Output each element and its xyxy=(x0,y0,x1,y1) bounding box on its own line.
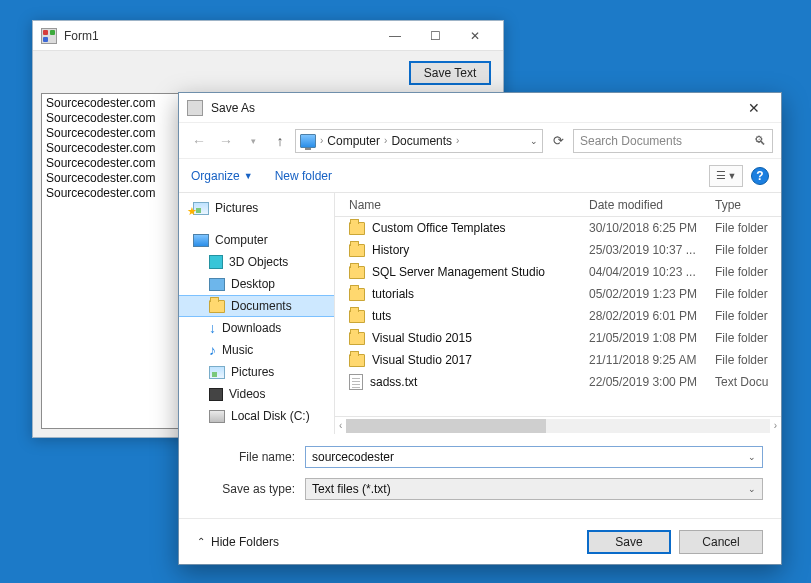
file-type: Text Docu xyxy=(715,375,781,389)
file-list-header[interactable]: Name Date modified Type xyxy=(335,193,781,217)
save-text-button[interactable]: Save Text xyxy=(409,61,491,85)
hide-folders-button[interactable]: ⌃ Hide Folders xyxy=(197,535,279,549)
action-bar: ⌃ Hide Folders Save Cancel xyxy=(179,518,781,564)
file-date: 21/05/2019 1:08 PM xyxy=(589,331,715,345)
file-date: 28/02/2019 6:01 PM xyxy=(589,309,715,323)
scroll-track[interactable] xyxy=(346,419,769,433)
file-list: Name Date modified Type Custom Office Te… xyxy=(335,193,781,434)
file-name: Custom Office Templates xyxy=(372,221,506,235)
search-icon: 🔍︎ xyxy=(754,134,766,148)
computer-icon xyxy=(193,234,209,247)
table-row[interactable]: tutorials05/02/2019 1:23 PMFile folder xyxy=(335,283,781,305)
search-input[interactable]: Search Documents 🔍︎ xyxy=(573,129,773,153)
file-name: sadss.txt xyxy=(370,375,417,389)
table-row[interactable]: History25/03/2019 10:37 ...File folder xyxy=(335,239,781,261)
file-name: Visual Studio 2017 xyxy=(372,353,472,367)
save-type-label: Save as type: xyxy=(197,482,305,496)
nav-bar: ← → ▾ ↑ › Computer › Documents › ⌄ ⟳ Sea… xyxy=(179,123,781,159)
cancel-button[interactable]: Cancel xyxy=(679,530,763,554)
addr-dropdown[interactable]: ⌄ xyxy=(530,136,538,146)
search-placeholder: Search Documents xyxy=(580,134,682,148)
tree-computer[interactable]: Computer xyxy=(179,229,334,251)
computer-icon xyxy=(300,134,316,148)
organize-button[interactable]: Organize▼ xyxy=(191,169,253,183)
chevron-right-icon: › xyxy=(384,135,387,146)
table-row[interactable]: tuts28/02/2019 6:01 PMFile folder xyxy=(335,305,781,327)
download-icon: ↓ xyxy=(209,320,216,336)
file-name: tutorials xyxy=(372,287,414,301)
save-type-select[interactable]: Text files (*.txt)⌄ xyxy=(305,478,763,500)
folder-icon xyxy=(349,266,365,279)
new-folder-button[interactable]: New folder xyxy=(275,169,332,183)
tree-3d-objects[interactable]: 3D Objects xyxy=(179,251,334,273)
nav-tree[interactable]: ★Pictures Computer 3D Objects Desktop Do… xyxy=(179,193,335,434)
saveas-dialog: Save As ✕ ← → ▾ ↑ › Computer › Documents… xyxy=(178,92,782,565)
breadcrumb-folder[interactable]: Documents xyxy=(391,134,452,148)
col-type[interactable]: Type xyxy=(715,198,781,212)
close-icon[interactable]: ✕ xyxy=(735,96,773,120)
chevron-right-icon: › xyxy=(320,135,323,146)
up-button[interactable]: ↑ xyxy=(268,129,292,153)
table-row[interactable]: Custom Office Templates30/10/2018 6:25 P… xyxy=(335,217,781,239)
disk-icon xyxy=(209,410,225,423)
tree-documents[interactable]: Documents xyxy=(179,295,334,317)
file-date: 21/11/2018 9:25 AM xyxy=(589,353,715,367)
pictures-icon xyxy=(209,366,225,379)
tree-pictures[interactable]: Pictures xyxy=(179,361,334,383)
file-type: File folder xyxy=(715,309,781,323)
scroll-right-icon[interactable]: › xyxy=(774,420,777,431)
tree-pictures-quick[interactable]: ★Pictures xyxy=(179,197,334,219)
file-type: File folder xyxy=(715,287,781,301)
table-row[interactable]: sadss.txt22/05/2019 3:00 PMText Docu xyxy=(335,371,781,393)
form1-title: Form1 xyxy=(64,29,375,43)
documents-icon xyxy=(209,300,225,313)
chevron-down-icon[interactable]: ⌄ xyxy=(748,452,756,462)
text-file-icon xyxy=(349,374,363,390)
table-row[interactable]: Visual Studio 201521/05/2019 1:08 PMFile… xyxy=(335,327,781,349)
minimize-button[interactable]: — xyxy=(375,23,415,49)
help-button[interactable]: ? xyxy=(751,167,769,185)
file-name-label: File name: xyxy=(197,450,305,464)
view-options-button[interactable]: ☰ ▼ xyxy=(709,165,743,187)
tree-videos[interactable]: Videos xyxy=(179,383,334,405)
h-scrollbar[interactable]: ‹ › xyxy=(335,416,781,434)
col-name[interactable]: Name xyxy=(335,198,589,212)
refresh-button[interactable]: ⟳ xyxy=(546,129,570,153)
file-name: tuts xyxy=(372,309,391,323)
back-button[interactable]: ← xyxy=(187,129,211,153)
videos-icon xyxy=(209,388,223,401)
file-date: 05/02/2019 1:23 PM xyxy=(589,287,715,301)
form1-app-icon xyxy=(41,28,57,44)
file-name: SQL Server Management Studio xyxy=(372,265,545,279)
maximize-button[interactable]: ☐ xyxy=(415,23,455,49)
file-rows: Custom Office Templates30/10/2018 6:25 P… xyxy=(335,217,781,416)
col-date[interactable]: Date modified xyxy=(589,198,715,212)
music-icon: ♪ xyxy=(209,342,216,358)
folder-icon xyxy=(349,354,365,367)
folder-icon xyxy=(349,222,365,235)
file-name: History xyxy=(372,243,409,257)
chevron-up-icon: ⌃ xyxy=(197,536,205,547)
folder-icon xyxy=(349,310,365,323)
bottom-fields: File name: sourcecodester⌄ Save as type:… xyxy=(179,434,781,508)
3d-objects-icon xyxy=(209,255,223,269)
breadcrumb-root[interactable]: Computer xyxy=(327,134,380,148)
forward-button[interactable]: → xyxy=(214,129,238,153)
file-name-input[interactable]: sourcecodester⌄ xyxy=(305,446,763,468)
table-row[interactable]: SQL Server Management Studio04/04/2019 1… xyxy=(335,261,781,283)
save-button[interactable]: Save xyxy=(587,530,671,554)
address-bar[interactable]: › Computer › Documents › ⌄ xyxy=(295,129,543,153)
scroll-thumb[interactable] xyxy=(346,419,546,433)
table-row[interactable]: Visual Studio 201721/11/2018 9:25 AMFile… xyxy=(335,349,781,371)
saveas-titlebar[interactable]: Save As ✕ xyxy=(179,93,781,123)
scroll-left-icon[interactable]: ‹ xyxy=(339,420,342,431)
close-button[interactable]: ✕ xyxy=(455,23,495,49)
tree-music[interactable]: ♪Music xyxy=(179,339,334,361)
tree-downloads[interactable]: ↓Downloads xyxy=(179,317,334,339)
chevron-down-icon[interactable]: ⌄ xyxy=(748,484,756,494)
form1-titlebar[interactable]: Form1 — ☐ ✕ xyxy=(33,21,503,51)
tree-local-disk[interactable]: Local Disk (C:) xyxy=(179,405,334,427)
file-type: File folder xyxy=(715,243,781,257)
tree-desktop[interactable]: Desktop xyxy=(179,273,334,295)
recent-locations[interactable]: ▾ xyxy=(241,129,265,153)
